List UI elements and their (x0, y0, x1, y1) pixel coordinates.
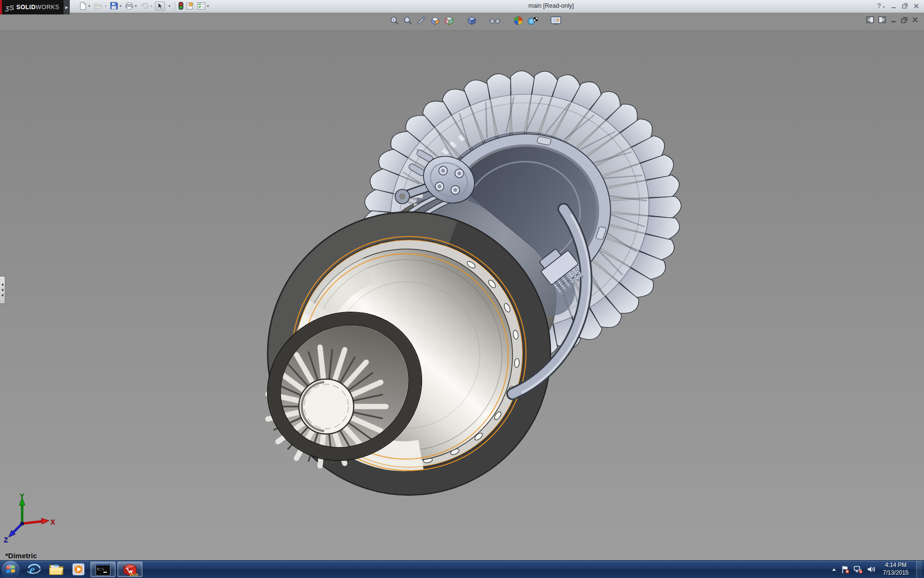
display-style-button[interactable] (444, 15, 455, 26)
select-dropdown[interactable]: ▼ (166, 4, 172, 8)
help-button[interactable]: ?▼ (877, 1, 886, 10)
document-window-controls (866, 16, 918, 23)
save-floppy-icon (110, 2, 118, 10)
new-document-icon (79, 2, 87, 10)
show-hidden-icons-button[interactable] (831, 566, 837, 572)
dropdown-caret-icon[interactable]: ▼ (882, 5, 886, 9)
rebuild-button[interactable] (178, 1, 184, 10)
minimize-button[interactable] (891, 3, 897, 9)
new-document-button[interactable]: ▼ (78, 1, 92, 11)
view-settings-icon (527, 15, 539, 26)
shaded-with-edges-button[interactable] (466, 15, 477, 26)
options-checklist-icon (197, 2, 205, 10)
select-tool-button[interactable] (155, 1, 165, 11)
show-desktop-button[interactable] (916, 561, 922, 578)
dropdown-caret-icon[interactable]: ▼ (134, 4, 138, 8)
collapse-arrow-icon (1, 294, 3, 297)
brand-solid: SOLID (16, 4, 36, 11)
zoom-to-area-icon (403, 15, 413, 26)
solidworks-logo-mark: ʒS (5, 3, 14, 12)
title-bar: ▼ ▼ ▼ ▼ ▼ ▼ ▼ m (0, 0, 924, 12)
volume-icon[interactable] (867, 565, 875, 573)
start-button[interactable] (2, 561, 19, 578)
hide-show-items-button[interactable] (489, 15, 501, 26)
taskbar-solidworks-2015[interactable]: 2015 (117, 562, 142, 577)
collapse-arrow-icon (1, 283, 3, 286)
full-screen-button[interactable] (550, 15, 562, 26)
taskbar-clock[interactable]: 4:14 PM 7/13/2015 (879, 562, 912, 577)
solidworks-year-text: 2015 (129, 573, 138, 577)
brand-works: WORKS (36, 4, 59, 11)
show-feature-pane-button[interactable] (866, 16, 874, 23)
dropdown-caret-icon[interactable]: ▼ (168, 4, 171, 8)
windows-taskbar: e C:\ (0, 560, 924, 578)
collapse-arrow-icon (1, 289, 3, 291)
view-orientation-button[interactable] (430, 15, 441, 26)
select-cursor-icon (157, 2, 163, 10)
print-button[interactable]: ▼ (124, 2, 139, 10)
windows-logo-icon (5, 565, 16, 574)
zoom-to-area-button[interactable] (403, 15, 413, 26)
graphics-viewport[interactable]: Y X Z *Dimetric (0, 30, 924, 560)
network-status-icon[interactable] (854, 565, 863, 574)
triad-x-label: X (51, 518, 55, 526)
save-button[interactable]: ▼ (109, 1, 123, 10)
display-style-icon (444, 15, 455, 26)
taskbar-command-prompt[interactable]: C:\ (90, 562, 116, 577)
undo-arrow-icon (141, 2, 149, 9)
clock-date: 7/13/2015 (883, 569, 909, 577)
file-properties-button[interactable] (185, 1, 195, 10)
cmd-prompt-text: C:\ (97, 567, 104, 571)
view-orientation-icon (430, 15, 441, 26)
eyeglasses-icon (489, 15, 501, 26)
dropdown-caret-icon[interactable]: ▼ (104, 4, 107, 8)
zoom-to-fit-icon (389, 15, 400, 26)
close-button[interactable] (913, 3, 919, 9)
taskbar-file-explorer[interactable] (46, 562, 66, 577)
open-folder-icon (94, 2, 103, 10)
zoom-to-fit-button[interactable] (389, 15, 400, 26)
view-orientation-label: *Dimetric (5, 552, 37, 560)
solidworks-2015-icon: 2015 (122, 562, 138, 577)
folder-icon (49, 563, 64, 576)
doc-close-button[interactable] (912, 17, 918, 23)
solidworks-logo: ʒSSOLIDWORKS (0, 0, 64, 14)
taskbar-internet-explorer[interactable]: e (24, 562, 44, 577)
show-display-pane-button[interactable] (878, 16, 886, 23)
view-settings-button[interactable] (527, 15, 539, 26)
window-title: main [Read-only] (528, 0, 574, 12)
full-screen-icon (550, 15, 562, 26)
hub-bore (299, 379, 354, 434)
restore-button[interactable] (902, 3, 908, 9)
options-button[interactable]: ▼ (196, 1, 211, 10)
doc-restore-button[interactable] (901, 17, 908, 23)
undo-button[interactable]: ▼ (140, 2, 154, 10)
triad-y-label: Y (20, 493, 25, 500)
section-view-button[interactable] (416, 15, 427, 26)
feature-manager-collapsed-tab[interactable] (0, 276, 5, 304)
dropdown-caret-icon[interactable]: ▼ (119, 4, 122, 8)
jet-engine-model[interactable] (0, 30, 924, 560)
scene-sphere-icon (513, 15, 524, 26)
command-prompt-icon: C:\ (95, 563, 111, 576)
dropdown-caret-icon[interactable]: ▼ (150, 4, 153, 8)
dropdown-caret-icon[interactable]: ▼ (206, 4, 210, 8)
help-icon: ? (877, 2, 882, 10)
menu-expand-tab[interactable]: ▶ (64, 0, 70, 14)
action-center-flag-icon[interactable] (841, 565, 850, 574)
traffic-light-icon (179, 2, 183, 10)
open-button[interactable]: ▼ (93, 2, 108, 10)
triad-z-label: Z (4, 536, 8, 543)
reference-triad: Y X Z (3, 493, 57, 543)
shaded-cube-icon (466, 15, 477, 26)
apply-scene-button[interactable] (513, 15, 524, 26)
heads-up-view-toolbar (0, 12, 924, 30)
section-view-icon (416, 15, 427, 26)
clock-time: 4:14 PM (883, 562, 909, 569)
doc-minimize-button[interactable] (890, 17, 897, 23)
dropdown-caret-icon[interactable]: ▼ (88, 4, 91, 8)
internet-explorer-icon: e (27, 562, 41, 577)
taskbar-windows-media-player[interactable] (68, 562, 89, 577)
standard-toolbar: ▼ ▼ ▼ ▼ ▼ ▼ ▼ (78, 0, 211, 12)
app-window-controls: ?▼ (877, 0, 920, 12)
